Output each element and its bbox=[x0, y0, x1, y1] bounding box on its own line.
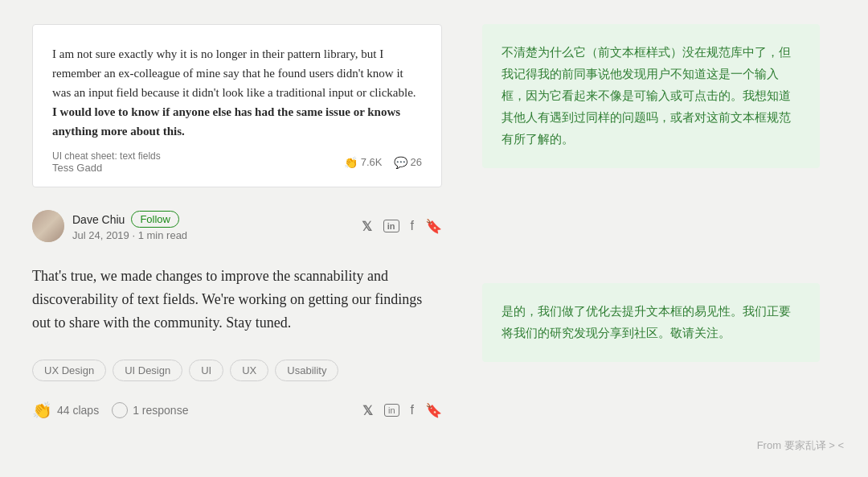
author-actions: 𝕏 in f 🔖 bbox=[362, 218, 442, 235]
comments-count: 26 bbox=[411, 156, 422, 168]
facebook-share-icon[interactable]: f bbox=[411, 219, 414, 233]
from-credit-text: From 要家乱译 > < bbox=[757, 439, 844, 451]
page-container: I am not sure exactly why it is no longe… bbox=[0, 0, 868, 477]
comments-stat: 💬 26 bbox=[394, 156, 422, 169]
main-content: That's true, we made changes to improve … bbox=[32, 265, 442, 334]
main-text: That's true, we made changes to improve … bbox=[32, 265, 442, 334]
quote-card: I am not sure exactly why it is no longe… bbox=[32, 24, 442, 187]
page-wrapper: I am not sure exactly why it is no longe… bbox=[0, 0, 868, 477]
quote-text-bold: I would love to know if anyone else has … bbox=[52, 105, 400, 138]
quote-author-name: Tess Gadd bbox=[52, 162, 161, 174]
clap-icon-small: 👏 bbox=[344, 156, 358, 169]
author-name-row: Dave Chiu Follow bbox=[72, 211, 187, 228]
claps-stat: 👏 7.6K bbox=[344, 156, 383, 169]
bookmark-icon[interactable]: 🔖 bbox=[425, 218, 442, 235]
linkedin-share-icon[interactable]: in bbox=[383, 220, 399, 232]
author-left: Dave Chiu Follow Jul 24, 2019 · 1 min re… bbox=[32, 210, 187, 242]
translation-text-2: 是的，我们做了优化去提升文本框的易见性。我们正要将我们的研究发现分享到社区。敬请… bbox=[502, 305, 791, 339]
quote-source: UI cheat sheet: text fields bbox=[52, 150, 161, 162]
quote-text: I am not sure exactly why it is no longe… bbox=[52, 44, 422, 141]
claps-row: 👏 44 claps 1 response bbox=[32, 401, 188, 420]
avatar-image bbox=[32, 210, 64, 242]
left-column: I am not sure exactly why it is no longe… bbox=[0, 24, 474, 453]
tag-ux-design[interactable]: UX Design bbox=[32, 360, 106, 381]
claps-label: 44 claps bbox=[57, 404, 99, 417]
response-label: 1 response bbox=[133, 404, 188, 417]
translation-spacer bbox=[482, 191, 820, 283]
bottom-linkedin-icon[interactable]: in bbox=[384, 404, 399, 417]
comment-icon-small: 💬 bbox=[394, 156, 407, 169]
bottom-facebook-icon[interactable]: f bbox=[411, 403, 414, 417]
tag-ui[interactable]: UI bbox=[189, 360, 223, 381]
response-circle-icon bbox=[112, 402, 128, 418]
bottom-bar: 👏 44 claps 1 response 𝕏 in f 🔖 bbox=[32, 401, 442, 420]
translation-text-1: 不清楚为什么它（前文本框样式）没在规范库中了，但我记得我的前同事说他发现用户不知… bbox=[502, 46, 791, 146]
bottom-bookmark-icon[interactable]: 🔖 bbox=[425, 402, 442, 419]
avatar bbox=[32, 210, 64, 242]
quote-stats: 👏 7.6K 💬 26 bbox=[344, 156, 422, 169]
author-info: Dave Chiu Follow Jul 24, 2019 · 1 min re… bbox=[72, 211, 187, 241]
right-column: 不清楚为什么它（前文本框样式）没在规范库中了，但我记得我的前同事说他发现用户不知… bbox=[474, 24, 836, 453]
quote-meta-left: UI cheat sheet: text fields Tess Gadd bbox=[52, 150, 161, 174]
clap-item[interactable]: 👏 44 claps bbox=[32, 401, 99, 420]
response-item[interactable]: 1 response bbox=[112, 402, 188, 418]
clap-icon: 👏 bbox=[32, 401, 52, 420]
twitter-share-icon[interactable]: 𝕏 bbox=[362, 219, 372, 234]
claps-count: 7.6K bbox=[361, 156, 383, 168]
author-name: Dave Chiu bbox=[72, 213, 125, 226]
translation-card-2: 是的，我们做了优化去提升文本框的易见性。我们正要将我们的研究发现分享到社区。敬请… bbox=[482, 283, 820, 362]
tag-usability[interactable]: Usability bbox=[275, 360, 338, 381]
translation-card-1: 不清楚为什么它（前文本框样式）没在规范库中了，但我记得我的前同事说他发现用户不知… bbox=[482, 24, 820, 168]
author-row: Dave Chiu Follow Jul 24, 2019 · 1 min re… bbox=[32, 210, 442, 242]
tag-ux[interactable]: UX bbox=[230, 360, 268, 381]
bottom-twitter-icon[interactable]: 𝕏 bbox=[362, 403, 373, 418]
from-credit: From 要家乱译 > < bbox=[757, 438, 844, 453]
quote-meta: UI cheat sheet: text fields Tess Gadd 👏 … bbox=[52, 150, 422, 174]
tag-ui-design[interactable]: UI Design bbox=[113, 360, 182, 381]
tags-row: UX Design UI Design UI UX Usability bbox=[32, 360, 442, 381]
author-date: Jul 24, 2019 · 1 min read bbox=[72, 229, 187, 241]
quote-text-start: I am not sure exactly why it is no longe… bbox=[52, 47, 416, 99]
follow-button[interactable]: Follow bbox=[131, 211, 179, 228]
bottom-share-actions: 𝕏 in f 🔖 bbox=[362, 402, 442, 419]
